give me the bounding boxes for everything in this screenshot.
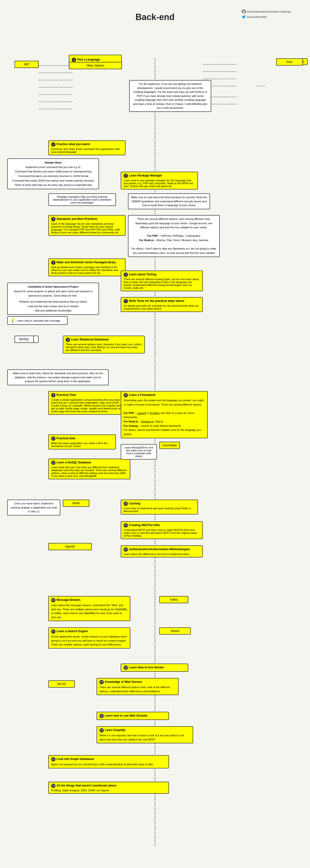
sample-idea-3: Command that gives you directory structu… xyxy=(10,174,96,179)
msg-title: Message Brokers xyxy=(56,598,80,601)
contrib-idea-2: Look into the open issues and try to res… xyxy=(10,304,96,309)
nosql-box[interactable]: 12Learn a NoSQL Database Learn what they… xyxy=(48,459,130,479)
contrib-title: Contribute to Some Opensource Project xyxy=(28,285,79,288)
practical-time-box[interactable]: 9Practical Time Create a simple applicat… xyxy=(48,391,125,415)
auth-openid[interactable]: OpenID xyxy=(48,543,92,550)
lang-rust[interactable]: Rust xyxy=(276,58,303,66)
sample-idea-5: Think of some task that you do every day… xyxy=(10,183,96,187)
sample-idea-4: Command that reads JSON from above and c… xyxy=(10,179,96,183)
caching-box[interactable]: 13Caching Learn how to implement app lev… xyxy=(121,500,198,515)
docker-title: Learn How to Use Docker xyxy=(129,666,164,669)
scripting-info-text: For the beginners, if you are just getti… xyxy=(133,83,207,109)
practical2-desc: Make the same application you made in 9 … xyxy=(51,442,113,447)
twitter-link[interactable]: kamranahmedse xyxy=(242,15,291,19)
pkg-info-text: Package managers help you bring external… xyxy=(53,195,111,204)
package-mgr-box[interactable]: 3Learn Package Manager Learn how to use … xyxy=(121,172,198,189)
security-info-box: Make sure to read about the best practic… xyxy=(128,193,210,209)
bulb-icon: 💡 xyxy=(10,318,15,323)
num-1: 1 xyxy=(72,58,76,62)
practice-box[interactable]: 2Practice what you learnt Excercise and … xyxy=(48,140,125,155)
num-11: 11 xyxy=(51,436,56,441)
search-desc: As the application grows, simple queries… xyxy=(51,634,128,647)
db-mssql[interactable]: MSSQL xyxy=(15,336,34,343)
contrib-idea-3: Add any additional functionality xyxy=(10,308,96,313)
restful-box[interactable]: 14Creating RESTful APIs Understand REST … xyxy=(121,521,203,539)
make-distribute-box[interactable]: 5Make and Distribute Some Package/Librar… xyxy=(48,258,125,276)
scripting-info-box: For the beginners, if you are just getti… xyxy=(129,80,211,112)
msg-desc: Learn about the message brokers, underst… xyxy=(51,603,128,619)
roadmap: Elixir Scala Erlang Clojure Haskell Java… xyxy=(0,27,310,868)
num-18: 18 xyxy=(123,665,128,670)
tool-kafka[interactable]: Kafka xyxy=(159,596,188,603)
all-things-title: All the things that weren't mentioned ab… xyxy=(56,784,116,787)
db-couchbase[interactable]: Couchbase xyxy=(159,442,180,449)
num-23: 23 xyxy=(51,784,56,788)
sample-idea-1: Implement some command that you use e.g … xyxy=(10,165,96,169)
framework-box[interactable]: 10Learn a Framework Depending upon the p… xyxy=(121,391,208,438)
num-10: 10 xyxy=(123,393,128,397)
websockets-box[interactable]: 20Learn how to use Web Sockets xyxy=(96,712,169,720)
num-12: 12 xyxy=(51,461,56,465)
auth-box[interactable]: 15Authentication/Authorization Methodolo… xyxy=(121,546,203,557)
tool-sphinx[interactable]: Sphinx xyxy=(159,627,191,634)
web-servers-box[interactable]: 19Knowledge of Web Servers There are sev… xyxy=(96,678,179,695)
write-tests-desc: Go ahead and write the unit tests for th… xyxy=(123,304,200,310)
all-things-box[interactable]: 23All the things that weren't mentioned … xyxy=(48,782,169,794)
web-servers-title: Knowledge of Web Servers xyxy=(105,680,142,684)
security-info-text: Make sure to read about the best practic… xyxy=(131,196,207,207)
other-options[interactable]: Other Options xyxy=(69,62,122,69)
num-13: 13 xyxy=(123,501,128,506)
test-coverage-box: 💡 Learn how to calculate test coverage xyxy=(7,316,67,325)
graphql-box[interactable]: 21Learn GraphQL While it is not required… xyxy=(96,726,193,743)
all-things-desc: Profiling, Static Analysis, DDD, SOAP. G… xyxy=(51,789,166,792)
pkg-info-box: Package managers help you bring external… xyxy=(48,193,116,206)
framework-desc: Depending upon the project and the langu… xyxy=(123,398,205,436)
pick-lang-title: Pick a Language xyxy=(77,58,100,61)
sample-ideas-box: Sample Ideas Implement some command that… xyxy=(7,158,99,189)
caching-title: Caching xyxy=(129,502,140,505)
practical-time-2-box[interactable]: 11Practical time Make the same applicati… xyxy=(48,434,116,450)
practical2-title: Practical time xyxy=(56,437,75,440)
practice-title: Practice what you learnt xyxy=(56,143,90,146)
db-info-box: Make sure to write tests, follow the sta… xyxy=(7,369,109,385)
nosql-desc: Learn what they are, how they are differ… xyxy=(51,466,128,477)
pkg-title: Learn Package Manager xyxy=(129,174,162,177)
practical-title: Practical Time xyxy=(56,393,76,397)
learn-testing-box[interactable]: 6Learn about Testing There are several d… xyxy=(121,271,203,291)
standards-desc: Each of the language has its own standar… xyxy=(51,222,123,234)
standards-box[interactable]: 4Standards and Best Practices Each of th… xyxy=(48,215,125,236)
reldb-desc: There are several options here. However … xyxy=(66,343,142,351)
nosql-title: Learn a NoSQL Database xyxy=(56,461,91,464)
write-tests-box[interactable]: 7Write Tests for the practical steps abo… xyxy=(121,297,203,312)
contribute-box: Contribute to Some Opensource Project Se… xyxy=(7,283,99,315)
caching-desc: Learn how to implement app level caching… xyxy=(123,507,195,513)
tool-redis[interactable]: Redis xyxy=(63,500,89,507)
pkg-desc: Learn how to use package manager for the… xyxy=(123,179,195,188)
github-link[interactable]: kamranahmedse/developer-roadmap xyxy=(242,10,291,13)
docker-box[interactable]: 18Learn How to Use Docker xyxy=(121,663,188,672)
nosql-label: Learn MongoDB for now but make sure to l… xyxy=(121,444,157,460)
practical-desc: Create a simple application using everyt… xyxy=(51,398,123,413)
search-title: Learn a Search Engine xyxy=(56,629,88,633)
num-2: 2 xyxy=(51,142,56,147)
num-22: 22 xyxy=(51,757,56,762)
msg-brokers-box[interactable]: 16Message Brokers Learn about the messag… xyxy=(48,596,130,621)
web-servers-desc: There are several different options here… xyxy=(100,685,176,693)
framework-title: Learn a Framework xyxy=(129,393,156,397)
test-coverage-text: Learn how to calculate test coverage xyxy=(17,319,60,322)
num-7: 7 xyxy=(123,299,128,303)
lang-dotnet[interactable]: .NET xyxy=(15,61,39,68)
graph-db-box[interactable]: 22Look into Graph Databases Again not re… xyxy=(48,755,169,768)
practice-desc: Excercise and make some command line app… xyxy=(51,148,123,153)
caching-info-text: Once you have learnt, implement caching … xyxy=(10,502,57,513)
num-21: 21 xyxy=(100,728,104,733)
twitter-icon xyxy=(242,15,246,19)
num-9: 9 xyxy=(51,393,56,397)
standards-title: Standards and Best Practices xyxy=(56,217,97,221)
search-engine-box[interactable]: 17Learn a Search Engine As the applicati… xyxy=(48,627,130,649)
server-msiis[interactable]: MS IIS xyxy=(48,680,75,688)
websockets-title: Learn how to use Web Sockets xyxy=(105,714,147,717)
num-16: 16 xyxy=(51,598,56,602)
num-3: 3 xyxy=(123,174,128,178)
relational-db-box[interactable]: 8Learn Relational Databases There are se… xyxy=(63,336,145,353)
